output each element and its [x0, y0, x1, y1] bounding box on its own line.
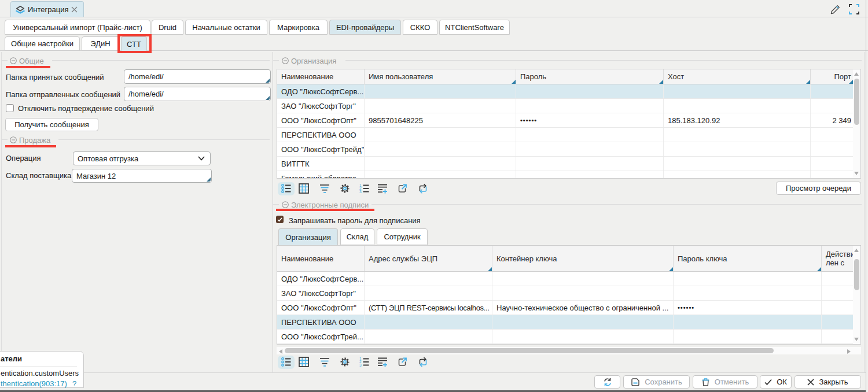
svg-text:3: 3	[359, 190, 362, 194]
svg-text:3: 3	[359, 363, 362, 367]
